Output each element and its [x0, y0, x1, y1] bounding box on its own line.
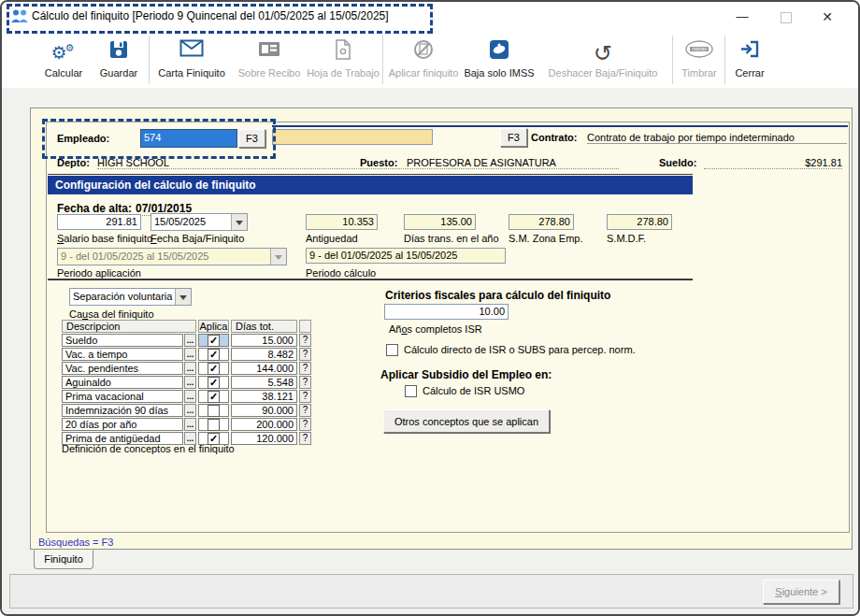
section-divider [48, 279, 693, 280]
concept-help-button[interactable]: ? [299, 418, 311, 431]
sm-zona-label: S.M. Zona Emp. [509, 233, 582, 244]
checkbox-unchecked-icon[interactable] [208, 405, 220, 417]
concept-aplica-cell[interactable] [198, 404, 229, 417]
concept-detail-button[interactable]: ... [184, 334, 196, 347]
svg-text:TIMBRAR: TIMBRAR [692, 48, 708, 51]
concept-help-button[interactable]: ? [299, 390, 311, 403]
concept-help-button[interactable]: ? [299, 432, 311, 445]
concept-aplica-cell[interactable]: ✓ [198, 390, 229, 403]
window-title: Cálculo del finiquito [Periodo 9 Quincen… [32, 2, 389, 30]
causa-finiquito-dropdown[interactable]: Separación voluntaria [69, 288, 192, 306]
app-people-icon [11, 9, 28, 25]
concept-dias-cell[interactable]: 200.000 [231, 418, 297, 431]
concept-aplica-cell[interactable]: ✓ [198, 334, 229, 347]
aplicar-finiquito-button: Aplicar finiquito [386, 34, 461, 84]
concept-descripcion-cell[interactable]: 20 días por año [62, 418, 183, 431]
concept-detail-button[interactable]: ... [184, 362, 196, 375]
empleado-f3-button[interactable]: F3 [238, 129, 265, 148]
table-row: Prima vacacional...✓38.121? [62, 390, 311, 403]
concepts-footer-label: Definición de conceptos en el finiquito [62, 443, 235, 454]
isr-usmo-checkbox[interactable]: Cálculo de ISR USMO [405, 385, 524, 397]
chevron-down-icon[interactable] [231, 214, 247, 230]
contrato-label: Contrato: [531, 132, 578, 143]
checkbox-unchecked-icon[interactable] [208, 419, 220, 431]
screenshot: Cálculo del finiquito [Periodo 9 Quincen… [0, 0, 860, 616]
concept-descripcion-cell[interactable]: Prima vacacional [62, 390, 183, 403]
concept-dias-cell[interactable]: 90.000 [231, 404, 297, 417]
worksheet-page-icon [307, 39, 380, 67]
concept-detail-button[interactable]: ... [184, 348, 196, 361]
periodo-aplicacion-dropdown: 9 - del 01/05/2025 al 15/05/2025 [57, 248, 287, 265]
concept-help-button[interactable]: ? [299, 348, 311, 361]
concept-dias-cell[interactable]: 38.121 [231, 390, 297, 403]
guardar-button[interactable]: Guardar [92, 34, 146, 84]
calculo-directo-checkbox[interactable]: Cálculo directo de ISR o SUBS para perce… [386, 344, 636, 356]
concept-help-button[interactable]: ? [299, 334, 311, 347]
empleado-name-field[interactable] [272, 129, 433, 145]
concept-aplica-cell[interactable]: ✓ [198, 348, 229, 361]
minimize-button[interactable]: — [726, 2, 758, 30]
salario-base-input[interactable]: 291.81 [57, 214, 141, 230]
subsidio-header: Aplicar Subsidio del Empleo en: [380, 368, 552, 381]
concept-descripcion-cell[interactable]: Sueldo [62, 334, 183, 347]
exit-door-icon [728, 39, 771, 67]
toolbar-separator [382, 36, 383, 84]
dias-trans-label: Días trans. en el año [404, 233, 499, 244]
baja-solo-imss-button[interactable]: Baja solo IMSS [463, 34, 536, 84]
fecha-baja-dropdown[interactable]: 15/05/2025 [150, 213, 248, 231]
finiquito-form-panel: Empleado: 574 F3 F3 Contrato: Contrato d… [46, 122, 850, 533]
empleado-number-input[interactable]: 574 [140, 129, 237, 148]
concept-help-button[interactable]: ? [299, 362, 311, 375]
concept-detail-button[interactable]: ... [184, 390, 196, 403]
concept-aplica-cell[interactable] [198, 418, 229, 431]
checkbox-checked-icon[interactable]: ✓ [208, 363, 220, 375]
fecha-alta-label: Fecha de alta: [57, 202, 132, 215]
concept-dias-cell[interactable]: 5.548 [231, 376, 297, 389]
puesto-label: Puesto: [360, 157, 397, 168]
otros-conceptos-button[interactable]: Otros conceptos que se aplican [383, 409, 550, 433]
close-button[interactable]: ✕ [811, 2, 843, 30]
calcular-button[interactable]: ⚙⚙ Calcular [36, 34, 92, 84]
gears-icon: ⚙⚙ [36, 39, 92, 67]
concept-detail-button[interactable]: ... [184, 376, 196, 389]
concept-descripcion-cell[interactable]: Vac. pendientes [62, 362, 183, 375]
concept-help-button[interactable]: ? [299, 376, 311, 389]
concept-detail-button[interactable]: ... [184, 418, 196, 431]
config-section-header: Configuración del cálculo de finiquito [48, 176, 693, 194]
checkbox-checked-icon[interactable]: ✓ [208, 391, 220, 403]
checkbox-checked-icon[interactable]: ✓ [208, 377, 220, 389]
checkbox-checked-icon[interactable]: ✓ [208, 349, 220, 361]
deshacer-baja-button: ↺ Deshacer Baja/Finiquito [538, 34, 668, 84]
concept-aplica-cell[interactable]: ✓ [198, 376, 229, 389]
chevron-down-icon[interactable] [175, 289, 191, 305]
anos-isr-input[interactable]: 10.00 [384, 304, 509, 320]
concept-aplica-cell[interactable]: ✓ [198, 362, 229, 375]
concept-dias-cell[interactable]: 144.000 [231, 362, 297, 375]
maximize-icon [781, 12, 792, 23]
concept-dias-cell[interactable]: 8.482 [231, 348, 297, 361]
concept-dias-cell[interactable]: 15.000 [231, 334, 297, 347]
toolbar: ⚙⚙ Calcular Guardar Carta Finiquito Sobr… [2, 30, 858, 89]
cerrar-button[interactable]: Cerrar [728, 34, 771, 84]
concept-detail-button[interactable]: ... [184, 404, 196, 417]
finiquito-tab-page: Empleado: 574 F3 F3 Contrato: Contrato d… [30, 107, 853, 550]
causa-finiquito-label: Causa del finiquito [69, 308, 154, 320]
tab-finiquito[interactable]: Finiquito [34, 550, 93, 569]
checkbox-checked-icon[interactable]: ✓ [208, 335, 220, 347]
concept-descripcion-cell[interactable]: Indemnización 90 días [62, 404, 183, 417]
toolbar-separator [149, 36, 150, 84]
concept-dias-cell[interactable]: 120.000 [231, 432, 297, 445]
carta-finiquito-button[interactable]: Carta Finiquito [152, 34, 231, 84]
contrato-value: Contrato de trabajo por tiempo indetermi… [587, 132, 847, 144]
title-bar[interactable]: Cálculo del finiquito [Periodo 9 Quincen… [2, 2, 858, 30]
checkbox-icon[interactable] [405, 385, 417, 397]
empleado-search-f3-button[interactable]: F3 [500, 128, 527, 147]
section-divider [48, 174, 693, 175]
concept-descripcion-cell[interactable]: Aguinaldo [62, 376, 183, 389]
concept-help-button[interactable]: ? [299, 404, 311, 417]
sueldo-label: Sueldo: [659, 157, 696, 168]
checkbox-icon[interactable] [386, 344, 398, 356]
concepts-table-body: Sueldo...✓15.000?Vac. a tiempo...✓8.482?… [62, 334, 311, 445]
concept-descripcion-cell[interactable]: Vac. a tiempo [62, 348, 183, 361]
smdf-label: S.M.D.F. [607, 233, 646, 244]
